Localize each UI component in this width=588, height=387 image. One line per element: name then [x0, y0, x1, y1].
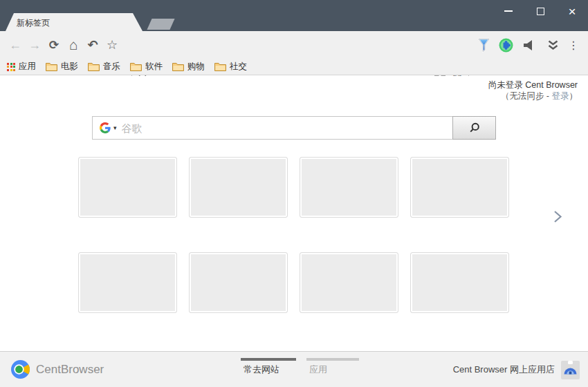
refresh-icon[interactable]: ⟳ [44, 38, 64, 53]
speaker-mute-icon[interactable] [522, 31, 537, 59]
signin-link[interactable]: 登录 [552, 91, 569, 101]
bookmark-folder-social[interactable]: 社交 [214, 61, 247, 73]
maximize-icon [537, 8, 544, 15]
back-icon[interactable]: ← [6, 38, 25, 53]
home-icon[interactable]: ⌂ [64, 37, 83, 53]
search-button[interactable] [452, 116, 496, 140]
bookmark-label: 音乐 [103, 61, 120, 73]
site-tile[interactable] [300, 157, 398, 218]
undo-icon[interactable]: ↶ [83, 37, 102, 53]
search-input[interactable] [122, 122, 452, 134]
footer-bar: CentBrowser 常去网站 应用 Cent Browser 网上应用店 [0, 351, 588, 387]
site-tile[interactable] [78, 157, 177, 218]
titlebar: 新标签页 × [0, 0, 588, 31]
site-tile[interactable] [189, 157, 288, 218]
site-tile[interactable] [410, 252, 509, 313]
toolbar: ← → ⟳ ⌂ ↶ ☆ ☆ [0, 31, 588, 59]
signin-status: 尚未登录 Cent Browser （无法同步 - 登录） [488, 79, 578, 102]
tab-new-tab-page[interactable]: 新标签页 [6, 13, 143, 31]
bookmark-label: 购物 [187, 61, 205, 73]
folder-icon [88, 62, 100, 71]
close-button[interactable]: × [556, 0, 588, 22]
google-logo-icon[interactable] [100, 122, 111, 133]
signin-line2: （无法同步 - 登录） [488, 91, 578, 102]
brand: CentBrowser [11, 360, 104, 379]
new-tab-page: 尚未登录 Cent Browser （无法同步 - 登录） ▾ [0, 76, 588, 351]
search-area: ▾ [92, 116, 496, 140]
engine-dropdown-caret-icon[interactable]: ▾ [113, 124, 117, 131]
bookmark-star-icon[interactable]: ☆ [102, 37, 122, 53]
web-store-icon [561, 360, 580, 379]
tab-frequent-sites[interactable]: 常去网站 [241, 358, 296, 376]
folder-icon [172, 62, 184, 71]
tab-apps[interactable]: 应用 [306, 358, 359, 376]
site-tile[interactable] [300, 252, 398, 313]
signin-line1: 尚未登录 Cent Browser [488, 79, 578, 91]
close-icon: × [568, 5, 576, 18]
minimize-button[interactable] [493, 0, 524, 22]
double-chevron-down-icon[interactable] [545, 31, 560, 59]
brand-name: CentBrowser [36, 363, 104, 377]
minimize-icon [504, 10, 513, 12]
bookmark-folder-software[interactable]: 软件 [130, 61, 163, 73]
web-store-label: Cent Browser 网上应用店 [453, 364, 555, 376]
bookmark-apps[interactable]: 应用 [7, 61, 36, 73]
bookmark-label: 软件 [145, 61, 163, 73]
bookmark-label: 社交 [230, 61, 247, 73]
tab-title: 新标签页 [6, 13, 143, 29]
search-box[interactable]: ▾ [92, 116, 453, 140]
window-controls: × [493, 0, 588, 22]
bookmark-label: 应用 [19, 61, 36, 73]
centbrowser-logo-icon [11, 360, 30, 379]
inactive-tab-indicator [306, 358, 359, 361]
bookmarks-bar: 应用 电影 音乐 软件 购物 社交 [0, 59, 588, 75]
active-tab-indicator [241, 358, 296, 361]
next-page-arrow-icon[interactable] [553, 210, 562, 223]
folder-icon [214, 62, 226, 71]
site-tile[interactable] [410, 157, 509, 218]
folder-icon [130, 62, 142, 71]
folder-icon [46, 62, 57, 71]
forward-icon[interactable]: → [25, 38, 44, 53]
site-tile[interactable] [189, 252, 288, 313]
site-tile[interactable] [78, 252, 177, 313]
nav-icons: ← → ⟳ ⌂ ↶ ☆ [6, 31, 122, 59]
bookmark-label: 电影 [61, 61, 78, 73]
maximize-button[interactable] [524, 0, 556, 22]
new-tab-button[interactable] [147, 19, 174, 30]
bookmark-folder-music[interactable]: 音乐 [88, 61, 120, 73]
menu-dots-icon[interactable]: ⋮ [566, 31, 581, 59]
puzzle-extension-icon[interactable] [497, 31, 514, 59]
most-visited-grid [78, 157, 509, 313]
bookmark-folder-shopping[interactable]: 购物 [172, 61, 205, 73]
funnel-extension-icon[interactable] [476, 31, 491, 59]
apps-grid-icon [7, 63, 15, 71]
footer-tabs: 常去网站 应用 [241, 358, 359, 376]
web-store-link[interactable]: Cent Browser 网上应用店 [453, 360, 580, 379]
magnifier-icon [469, 122, 480, 133]
bookmark-folder-movies[interactable]: 电影 [46, 61, 78, 73]
